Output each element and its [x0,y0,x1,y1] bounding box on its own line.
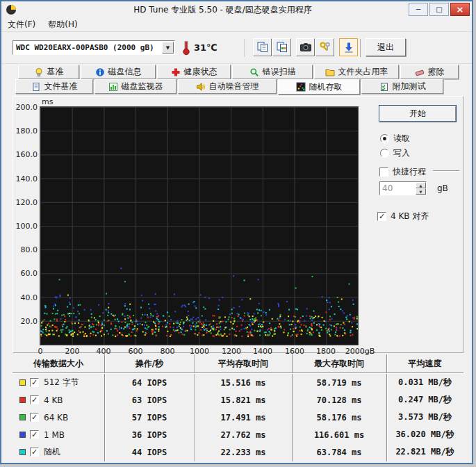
col-header-ops: 操作/秒 [104,354,195,372]
copy-image-button[interactable] [272,38,291,56]
options-button[interactable] [315,38,334,56]
iops-value: 63 IOPS [104,391,195,409]
copy-icon [256,41,269,54]
y-tick: 40.0 [13,293,38,302]
avg-speed-value: 36.020 MB/秒 [386,426,463,443]
y-tick: 20.0 [13,317,38,326]
tab-label: 错误扫描 [263,66,296,78]
scatter-plot [40,106,359,345]
toolbar-separator [245,39,246,57]
table-row: ✓ 4 KB 63 IOPS 15.821 ms 70.128 ms 0.247… [13,391,463,409]
avg-access-value: 17.491 ms [195,409,292,426]
start-button[interactable]: 开始 [379,105,457,122]
iops-value: 36 IOPS [104,426,195,443]
align-4kb-checkbox[interactable]: ✓ [377,212,386,221]
short-stroke-checkbox[interactable] [379,167,388,177]
capacity-input-group: ▲ ▼ [379,181,427,195]
camera-icon [299,41,312,54]
screenshot-button[interactable] [296,38,315,56]
avg-access-value: 27.762 ms [195,426,292,443]
write-radio-option[interactable]: 写入 [380,147,410,159]
tab-aam[interactable]: 自动噪音管理 [178,79,277,94]
tab-file-benchmark[interactable]: 文件基准 [15,79,93,94]
max-access-value: 116.601 ms [292,426,386,443]
read-label: 读取 [393,133,410,145]
scatter-canvas [40,107,358,345]
header-divider [13,372,463,373]
toolbar: WDC WD20EARX-00PASB0 (2000 gB) ▼ 31℃ [1,32,472,64]
read-radio-option[interactable]: 读取 [380,133,410,145]
tab-random-access[interactable]: 随机存取 [278,79,360,95]
checklist-icon [379,82,389,92]
menu-help[interactable]: 帮助(H) [42,17,83,32]
copy-image-icon [276,41,288,54]
tab-label: 文件基准 [44,81,78,92]
col-header-max-access: 最大存取时间 [292,354,386,372]
window-controls: ─ □ × [409,3,470,16]
capacity-stepper: ▲ ▼ [416,182,426,195]
close-button[interactable]: × [450,3,470,16]
tab-benchmark[interactable]: 基准 [18,65,79,79]
series-512b-checkbox[interactable]: ✓ [30,378,39,387]
y-tick: 80.0 [13,245,38,254]
spin-up-button[interactable]: ▲ [416,182,426,188]
series-1mb-checkbox[interactable]: ✓ [30,430,39,439]
copy-text-button[interactable] [253,38,272,56]
exit-button[interactable]: 退出 [366,38,406,56]
app-icon [6,4,17,15]
series-64kb-checkbox[interactable]: ✓ [30,413,39,422]
menubar: 文件(F) 帮助(H) [1,18,472,32]
tab-erase[interactable]: 擦除 [400,65,459,79]
tab-label: 擦除 [428,66,445,78]
eraser-icon [415,67,425,77]
avg-access-value: 15.516 ms [195,374,292,391]
window-title: HD Tune 专业版 5.50 - 硬盘/固态硬盘实用程序 [43,4,402,16]
disk-monitor-icon [108,82,118,92]
avg-access-value: 22.233 ms [195,443,292,461]
align-label: 4 KB 对齐 [391,211,429,222]
write-radio[interactable] [380,149,389,158]
toolbar-separator [360,39,361,57]
random-access-icon [296,82,306,92]
drive-select[interactable]: WDC WD20EARX-00PASB0 (2000 gB) ▼ [13,40,175,55]
table-row: ✓ 1 MB 36 IOPS 27.762 ms 116.601 ms 36.0… [13,426,463,443]
check-icon: ✓ [31,413,38,421]
save-results-button[interactable] [339,38,358,56]
y-tick: 100.0 [13,222,38,231]
tab-extra-tests[interactable]: 附加测试 [361,79,443,94]
short-stroke-label: 快捷行程 [393,166,426,178]
results-table: 传输数据大小 操作/秒 平均存取时间 最大存取时间 平均速度 ✓ 512 字节 … [13,354,463,461]
tab-label: 磁盘信息 [108,66,142,78]
check-icon: ✓ [31,448,38,456]
spin-down-button[interactable]: ▼ [416,188,426,195]
folder-icon [325,67,335,77]
capacity-input[interactable] [380,182,416,195]
speaker-icon [196,82,206,92]
align-option[interactable]: ✓ 4 KB 对齐 [377,211,429,222]
tab-disk-info[interactable]: 磁盘信息 [81,65,156,79]
maximize-button[interactable]: □ [429,3,449,16]
series-label: 64 KB [44,413,68,423]
short-stroke-option[interactable]: 快捷行程 [379,166,426,178]
tab-folder-usage[interactable]: 文件夹占用率 [314,65,399,79]
check-icon: ✓ [379,213,385,220]
series-label: 512 字节 [44,377,79,388]
y-tick: 60.0 [13,269,38,278]
health-cross-icon [171,67,181,77]
series-random-checkbox[interactable]: ✓ [30,448,39,457]
tab-health[interactable]: 健康状态 [157,65,231,79]
tab-label: 自动噪音管理 [209,81,259,92]
read-radio[interactable] [380,134,389,143]
hd-tune-window: HD Tune 专业版 5.50 - 硬盘/固态硬盘实用程序 ─ □ × 文件(… [0,0,473,464]
tab-disk-monitor[interactable]: 磁盘监视器 [95,79,177,94]
series-4kb-checkbox[interactable]: ✓ [30,395,39,404]
col-header-avg-access: 平均存取时间 [195,354,292,372]
tab-row-2: 文件基准 磁盘监视器 自动噪音管理 [15,79,443,95]
tab-label: 随机存取 [309,81,343,93]
tab-error-scan[interactable]: 错误扫描 [232,65,313,79]
minimize-button[interactable]: ─ [409,3,428,16]
dropdown-arrow-icon[interactable]: ▼ [162,42,174,54]
tab-label: 磁盘监视器 [122,81,163,92]
menu-file[interactable]: 文件(F) [1,17,42,32]
check-icon: ✓ [31,431,38,439]
